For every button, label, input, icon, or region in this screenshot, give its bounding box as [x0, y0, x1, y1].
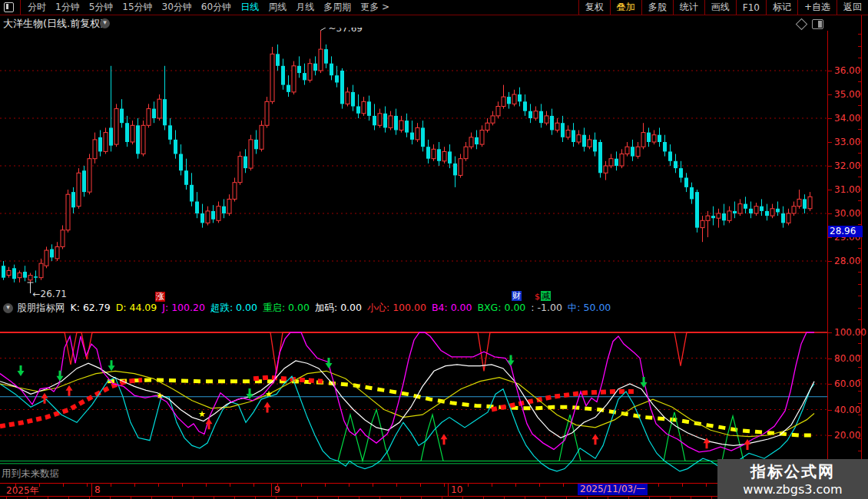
- price-tick: [827, 261, 832, 262]
- action-button-5[interactable]: F10: [737, 2, 766, 13]
- period-tab-10[interactable]: 更多 >: [356, 1, 394, 14]
- svg-text:★: ★: [265, 389, 273, 399]
- indicator-source: 股朋指标网: [17, 302, 65, 314]
- indicator-field-1: D: 44.09: [116, 302, 157, 314]
- price-tick: [827, 94, 832, 95]
- action-button-6[interactable]: 标记: [767, 1, 797, 14]
- indicator-field-2: J: 100.20: [162, 302, 205, 314]
- signal-marker-1: 财: [512, 291, 522, 301]
- svg-text:~37.69: ~37.69: [329, 28, 363, 34]
- period-tab-8[interactable]: 月线: [291, 1, 319, 14]
- action-button-8[interactable]: 返回: [837, 1, 868, 14]
- indicator-tick-label: 80.00: [834, 353, 865, 364]
- price-tick-label: 35.00: [834, 89, 865, 100]
- watermark-site-name: 指标公式网: [717, 461, 868, 482]
- price-tick-label: 30.00: [834, 208, 865, 219]
- indicator-header: ▾ 股朋指标网 K: 62.79D: 44.09J: 100.20超跌: 0.0…: [0, 302, 826, 314]
- last-price-badge: 28.96: [828, 226, 863, 237]
- indicator-field-9: : -1.00: [531, 302, 562, 314]
- price-tick: [827, 71, 832, 71]
- indicator-field-6: 小心: 100.00: [367, 302, 426, 314]
- period-tab-1[interactable]: 1分钟: [51, 1, 84, 14]
- action-button-7[interactable]: +自选: [798, 1, 837, 14]
- price-tick-label: 31.00: [834, 184, 865, 195]
- price-tick: [827, 213, 832, 214]
- price-tick-label: 32.00: [834, 160, 865, 171]
- signal-marker-3: 减: [541, 291, 551, 301]
- timeline-month-2: 10: [451, 484, 462, 495]
- candlestick-chart[interactable]: ~37.69←26.71: [0, 28, 868, 299]
- timeline-month-0: 8: [94, 484, 101, 495]
- action-button-0[interactable]: 复权: [579, 1, 610, 14]
- price-tick: [827, 166, 832, 167]
- price-tick: [827, 237, 832, 238]
- collapse-chevron-icon[interactable]: ▾: [3, 303, 13, 313]
- period-tab-5[interactable]: 60分钟: [197, 1, 236, 14]
- indicator-field-3: 超跌: 0.00: [210, 302, 257, 314]
- period-tab-7[interactable]: 周线: [263, 1, 291, 14]
- indicator-field-10: 中: 50.00: [568, 302, 611, 314]
- svg-text:★: ★: [198, 409, 206, 419]
- layout-panel-icon[interactable]: [4, 2, 14, 12]
- action-button-2[interactable]: 多股: [642, 1, 673, 14]
- period-tab-0[interactable]: 分时: [23, 1, 51, 14]
- svg-text:←26.71: ←26.71: [33, 289, 67, 299]
- period-tab-2[interactable]: 5分钟: [84, 1, 118, 14]
- price-tick: [827, 190, 832, 190]
- period-tab-3[interactable]: 15分钟: [118, 1, 157, 14]
- indicator-field-4: 重启: 0.00: [263, 302, 310, 314]
- action-button-4[interactable]: 画线: [705, 1, 736, 14]
- price-tick-label: 33.00: [834, 137, 865, 147]
- period-tab-9[interactable]: 多周期: [319, 1, 356, 14]
- signal-marker-2: $: [534, 292, 541, 302]
- price-tick-label: 36.00: [834, 65, 865, 76]
- watermark-url: www.zbgs3.com: [717, 482, 868, 497]
- period-tab-6[interactable]: 日线: [236, 1, 263, 14]
- indicator-field-0: K: 62.79: [71, 302, 111, 314]
- indicator-field-8: BXG: 0.00: [477, 302, 525, 314]
- indicator-field-5: 加码: 0.00: [315, 302, 362, 314]
- action-buttons: 复权叠加多股统计画线F10标记+自选返回: [578, 0, 868, 15]
- price-tick-label: 28.00: [834, 256, 865, 266]
- price-tick: [827, 142, 832, 143]
- indicator-tick-label: 100.00: [834, 327, 865, 338]
- indicator-tick-label: 60.00: [834, 378, 865, 389]
- app-window: 分时1分钟5分钟15分钟30分钟60分钟日线周线月线多周期更多 > 复权叠加多股…: [0, 0, 868, 499]
- indicator-chart[interactable]: ★★★: [0, 315, 868, 483]
- toolbar-divider: [20, 0, 21, 15]
- indicator-tick-label: 20.00: [834, 430, 865, 441]
- price-tick-label: 34.00: [834, 113, 865, 124]
- indicator-tick-label: 40.00: [834, 405, 865, 415]
- watermark: 指标公式网 www.zbgs3.com: [717, 459, 868, 499]
- signal-marker-0: 涨: [155, 292, 165, 302]
- svg-text:★: ★: [156, 391, 164, 401]
- action-button-1[interactable]: 叠加: [611, 1, 641, 14]
- price-tick: [827, 118, 832, 119]
- future-data-warning: 用到未来数据: [2, 468, 59, 481]
- cursor-date-badge: 2025/11/03/一: [578, 484, 648, 495]
- period-tabs: 分时1分钟5分钟15分钟30分钟60分钟日线周线月线多周期更多 >: [0, 0, 394, 15]
- period-tab-4[interactable]: 30分钟: [157, 1, 197, 14]
- indicator-field-7: B4: 0.00: [432, 302, 472, 314]
- period-toolbar: 分时1分钟5分钟15分钟30分钟60分钟日线周线月线多周期更多 > 复权叠加多股…: [0, 0, 868, 15]
- action-button-3[interactable]: 统计: [674, 1, 704, 14]
